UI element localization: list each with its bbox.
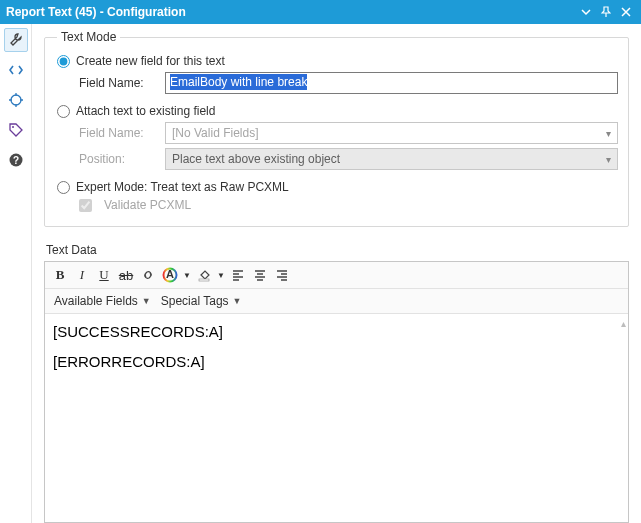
editor-insert-toolbar: Available Fields▼ Special Tags▼ bbox=[45, 289, 628, 314]
align-center-icon[interactable] bbox=[250, 265, 270, 285]
code-icon[interactable] bbox=[4, 58, 28, 82]
text-data-label: Text Data bbox=[46, 243, 629, 257]
create-new-field-label: Create new field for this text bbox=[76, 54, 225, 68]
attach-field-name-label: Field Name: bbox=[79, 126, 159, 140]
expert-mode-radio[interactable] bbox=[57, 181, 70, 194]
validate-pcxml-checkbox bbox=[79, 199, 92, 212]
close-icon[interactable] bbox=[617, 3, 635, 21]
svg-point-1 bbox=[12, 126, 14, 128]
titlebar: Report Text (45) - Configuration bbox=[0, 0, 641, 24]
text-mode-legend: Text Mode bbox=[57, 30, 120, 44]
left-tool-rail: ? bbox=[0, 24, 32, 523]
expert-mode-label: Expert Mode: Treat text as Raw PCXML bbox=[76, 180, 289, 194]
underline-button[interactable]: U bbox=[94, 265, 114, 285]
position-select[interactable]: Place text above existing object ▾ bbox=[165, 148, 618, 170]
wrench-icon[interactable] bbox=[4, 28, 28, 52]
validate-pcxml-label: Validate PCXML bbox=[104, 198, 191, 212]
tag-icon[interactable] bbox=[4, 118, 28, 142]
scroll-up-icon[interactable]: ▴ bbox=[621, 316, 626, 332]
font-color-icon[interactable]: A bbox=[160, 265, 180, 285]
italic-button[interactable]: I bbox=[72, 265, 92, 285]
editor-body[interactable]: [SUCCESSRECORDS:A] [ERRORRECORDS:A] ▴ bbox=[45, 314, 628, 522]
text-editor: B I U ab A ▼ ▼ bbox=[44, 261, 629, 523]
available-fields-menu[interactable]: Available Fields▼ bbox=[50, 292, 155, 310]
editor-line: [ERRORRECORDS:A] bbox=[53, 350, 620, 374]
help-icon[interactable]: ? bbox=[4, 148, 28, 172]
chevron-down-icon: ▾ bbox=[606, 128, 611, 139]
svg-text:?: ? bbox=[12, 155, 18, 166]
target-icon[interactable] bbox=[4, 88, 28, 112]
attach-existing-radio[interactable] bbox=[57, 105, 70, 118]
position-label: Position: bbox=[79, 152, 159, 166]
svg-rect-6 bbox=[199, 279, 209, 281]
special-tags-menu[interactable]: Special Tags▼ bbox=[157, 292, 246, 310]
text-mode-group: Text Mode Create new field for this text… bbox=[44, 30, 629, 227]
attach-field-name-select[interactable]: [No Valid Fields] ▾ bbox=[165, 122, 618, 144]
svg-point-0 bbox=[11, 95, 21, 105]
align-right-icon[interactable] bbox=[272, 265, 292, 285]
strike-button[interactable]: ab bbox=[116, 265, 136, 285]
create-field-name-label: Field Name: bbox=[79, 76, 159, 90]
fill-color-icon[interactable] bbox=[194, 265, 214, 285]
create-field-name-input[interactable]: EmailBody with line break bbox=[165, 72, 618, 94]
window-title: Report Text (45) - Configuration bbox=[6, 5, 186, 19]
create-new-field-radio[interactable] bbox=[57, 55, 70, 68]
bold-button[interactable]: B bbox=[50, 265, 70, 285]
editor-line: [SUCCESSRECORDS:A] bbox=[53, 320, 620, 344]
chevron-down-icon: ▾ bbox=[606, 154, 611, 165]
font-color-menu[interactable]: ▼ bbox=[182, 265, 192, 285]
pin-icon[interactable] bbox=[597, 3, 615, 21]
editor-format-toolbar: B I U ab A ▼ ▼ bbox=[45, 262, 628, 289]
attach-existing-label: Attach text to existing field bbox=[76, 104, 215, 118]
dropdown-icon[interactable] bbox=[577, 3, 595, 21]
fill-color-menu[interactable]: ▼ bbox=[216, 265, 226, 285]
link-icon[interactable] bbox=[138, 265, 158, 285]
align-left-icon[interactable] bbox=[228, 265, 248, 285]
